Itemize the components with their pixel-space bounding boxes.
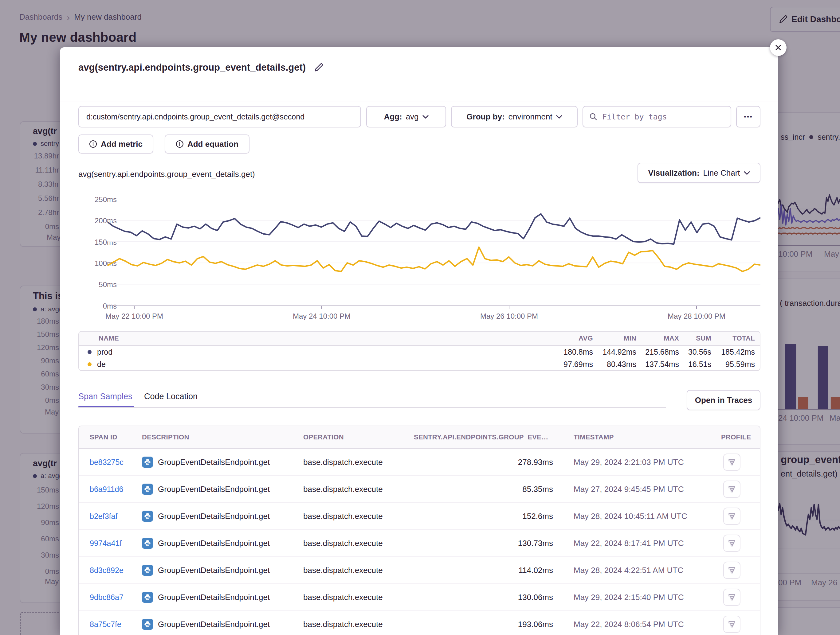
tag-filter-field[interactable] — [583, 106, 731, 128]
span-id-link[interactable]: be83275c — [79, 458, 142, 467]
edit-title-pencil-icon[interactable] — [314, 63, 324, 72]
span-description: GroupEventDetailsEndpoint.get — [158, 457, 270, 467]
x-axis — [107, 306, 760, 306]
span-description: GroupEventDetailsEndpoint.get — [158, 566, 270, 575]
chevron-down-icon — [744, 171, 750, 175]
summary-header-row: NAME AVG MIN MAX SUM TOTAL — [79, 332, 760, 346]
table-row[interactable]: b6a911d6 GroupEventDetailsEndpoint.get b… — [79, 476, 760, 503]
span-id-link[interactable]: 9dbc86a7 — [79, 593, 142, 602]
python-icon — [142, 592, 153, 603]
span-duration: 278.93ms — [414, 457, 553, 467]
x-axis-tick — [321, 306, 322, 309]
table-row[interactable]: b2ef3faf GroupEventDetailsEndpoint.get b… — [79, 503, 760, 530]
plus-circle-icon — [176, 140, 184, 148]
span-description: GroupEventDetailsEndpoint.get — [158, 485, 270, 494]
tab-span-samples[interactable]: Span Samples — [78, 392, 133, 401]
add-equation-button[interactable]: Add equation — [165, 134, 249, 153]
span-id-link[interactable]: b2ef3faf — [79, 512, 142, 521]
visualization-dropdown[interactable]: Visualization:Line Chart — [638, 163, 760, 183]
span-duration: 130.73ms — [414, 539, 553, 548]
x-axis-tick — [134, 306, 134, 309]
table-row[interactable]: 8a75c7fe GroupEventDetailsEndpoint.get b… — [79, 611, 760, 635]
x-tick: May 24 10:00 PM — [282, 312, 362, 321]
span-timestamp: May 28, 2024 4:22:51 AM UTC — [574, 566, 721, 575]
flamegraph-icon — [728, 620, 736, 628]
search-icon — [589, 113, 597, 121]
samples-header-row: SPAN ID DESCRIPTION OPERATION SENTRY.API… — [79, 426, 760, 449]
span-samples-table: SPAN ID DESCRIPTION OPERATION SENTRY.API… — [78, 425, 760, 635]
python-icon — [142, 538, 153, 549]
python-icon — [142, 619, 153, 630]
flamegraph-icon — [728, 512, 736, 520]
span-timestamp: May 28, 2024 10:45:11 AM UTC — [574, 512, 721, 521]
span-operation: base.dispatch.execute — [303, 457, 414, 467]
x-tick: May 28 10:00 PM — [657, 312, 736, 321]
span-duration: 130.06ms — [414, 592, 553, 602]
profile-button[interactable] — [723, 562, 741, 579]
summary-row-prod[interactable]: prod 180.8ms 144.92ms 215.68ms 30.56s 18… — [79, 346, 760, 358]
profile-button[interactable] — [723, 616, 741, 633]
table-row[interactable]: 8d3c892e GroupEventDetailsEndpoint.get b… — [79, 557, 760, 584]
profile-button[interactable] — [723, 589, 741, 606]
chart-title: avg(sentry.api.endpoints.group_event_det… — [78, 170, 255, 179]
divider — [78, 407, 666, 408]
screen: Dashboards › My new dashboard My new das… — [0, 0, 840, 635]
flamegraph-icon — [728, 539, 736, 547]
python-icon — [142, 511, 153, 522]
x-tick: May 26 10:00 PM — [469, 312, 549, 321]
span-description: GroupEventDetailsEndpoint.get — [158, 620, 270, 629]
metric-details-modal: avg(sentry.api.endpoints.group_event_det… — [60, 47, 778, 635]
python-icon — [142, 457, 153, 468]
span-timestamp: May 29, 2024 2:21:03 PM UTC — [574, 457, 721, 467]
chevron-down-icon — [556, 115, 562, 119]
summary-row-de[interactable]: de 97.69ms 80.43ms 137.54ms 16.51s 95.59… — [79, 358, 760, 370]
span-id-link[interactable]: 9974a41f — [79, 539, 142, 548]
span-timestamp: May 29, 2024 2:15:40 PM UTC — [574, 592, 721, 602]
add-metric-button[interactable]: Add metric — [78, 134, 153, 153]
more-options-button[interactable]: ••• — [736, 106, 760, 128]
span-operation: base.dispatch.execute — [303, 539, 414, 548]
span-duration: 193.06ms — [414, 620, 553, 629]
main-line-chart[interactable] — [107, 199, 760, 306]
open-in-traces-button[interactable]: Open in Traces — [687, 390, 760, 410]
span-operation: base.dispatch.execute — [303, 485, 414, 494]
modal-title: avg(sentry.api.endpoints.group_event_det… — [78, 62, 324, 73]
span-description: GroupEventDetailsEndpoint.get — [158, 539, 270, 548]
flamegraph-icon — [728, 566, 736, 574]
span-duration: 114.02ms — [414, 566, 553, 575]
plus-circle-icon — [89, 140, 97, 148]
series-color-dot — [88, 350, 92, 354]
span-description: GroupEventDetailsEndpoint.get — [158, 512, 270, 521]
metric-query-input[interactable] — [78, 106, 361, 128]
profile-button[interactable] — [723, 534, 741, 552]
close-icon — [775, 44, 782, 51]
flamegraph-icon — [728, 593, 736, 601]
profile-button[interactable] — [723, 481, 741, 498]
table-row[interactable]: 9dbc86a7 GroupEventDetailsEndpoint.get b… — [79, 584, 760, 611]
span-duration: 152.6ms — [414, 512, 553, 521]
x-tick: May 22 10:00 PM — [94, 312, 174, 321]
span-id-link[interactable]: b6a911d6 — [79, 485, 142, 494]
table-row[interactable]: 9974a41f GroupEventDetailsEndpoint.get b… — [79, 530, 760, 557]
series-color-dot — [88, 362, 92, 366]
profile-button[interactable] — [723, 454, 741, 471]
profile-button[interactable] — [723, 507, 741, 525]
tab-code-location[interactable]: Code Location — [144, 392, 197, 401]
span-id-link[interactable]: 8a75c7fe — [79, 620, 142, 629]
tag-filter-input[interactable] — [602, 112, 725, 121]
group-by-dropdown[interactable]: Group by:environment — [451, 106, 578, 128]
flamegraph-icon — [728, 458, 736, 466]
span-id-link[interactable]: 8d3c892e — [79, 566, 142, 575]
x-axis-tick — [509, 306, 509, 309]
aggregation-dropdown[interactable]: Agg:avg — [366, 106, 446, 128]
close-modal-button[interactable] — [770, 39, 786, 56]
table-row[interactable]: be83275c GroupEventDetailsEndpoint.get b… — [79, 449, 760, 476]
span-description: GroupEventDetailsEndpoint.get — [158, 592, 270, 602]
x-axis-tick — [696, 306, 697, 309]
chevron-down-icon — [422, 115, 429, 119]
span-timestamp: May 22, 2024 8:06:54 PM UTC — [574, 620, 721, 629]
span-timestamp: May 22, 2024 8:17:41 PM UTC — [574, 539, 721, 548]
series-summary-table: NAME AVG MIN MAX SUM TOTAL prod 180.8ms … — [78, 331, 760, 371]
python-icon — [142, 484, 153, 495]
span-timestamp: May 27, 2024 9:45:45 PM UTC — [574, 485, 721, 494]
